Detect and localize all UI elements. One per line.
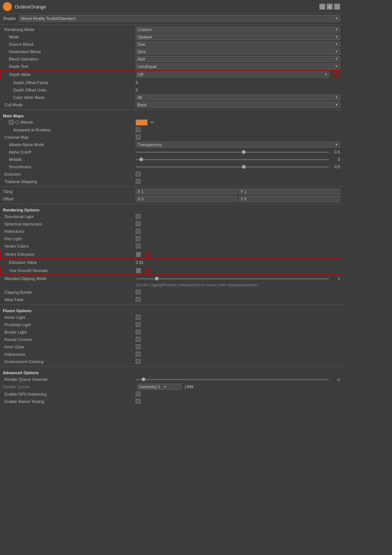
shader-label: Shader	[3, 16, 16, 21]
vertex-colors-checkbox[interactable]	[136, 244, 141, 248]
border-light-row: Border Light	[0, 328, 343, 336]
albedo-edit-icon[interactable]: ✏	[150, 120, 154, 125]
albedo-alpha-dropdown[interactable]: Transparency ▼	[136, 142, 340, 148]
depth-offset-factor-label: Depth Offset Factor	[3, 80, 136, 85]
metallic-value: 0	[331, 157, 340, 162]
render-queue-override-slider[interactable]: -1	[136, 377, 340, 382]
smoothness-thumb[interactable]	[242, 165, 246, 169]
header-icons: ◫ ⊞ ⋮	[319, 4, 340, 10]
environment-coloring-checkbox[interactable]	[136, 359, 141, 364]
use-smooth-normals-checkbox[interactable]: ✓	[136, 268, 141, 273]
assigned-runtime-checkbox[interactable]	[136, 127, 141, 132]
alpha-cutoff-label: Alpha Cutoff	[3, 150, 136, 154]
spherical-harmonics-label: Spherical Harmonics	[3, 222, 136, 226]
environment-coloring-label: Environment Coloring	[3, 359, 136, 364]
blended-clipping-value: 1	[331, 276, 340, 281]
smoothness-value: 0.5	[331, 165, 340, 169]
layout-icon[interactable]: ⊞	[327, 4, 333, 10]
albedo-label: Albedo	[3, 120, 136, 125]
round-corners-checkbox[interactable]	[136, 337, 141, 342]
alpha-cutoff-track[interactable]	[136, 152, 329, 153]
blend-op-dropdown[interactable]: Add ▼	[136, 56, 340, 62]
albedo-color-swatch[interactable]	[136, 120, 148, 125]
offset-x-field[interactable]: X 0	[136, 196, 237, 202]
divider-6	[0, 366, 343, 367]
spherical-harmonics-row: Spherical Harmonics	[0, 220, 343, 228]
spherical-harmonics-checkbox[interactable]	[136, 221, 141, 226]
rim-light-checkbox[interactable]	[136, 236, 141, 241]
dest-blend-row: Destination Blend Zero ▼	[0, 48, 343, 55]
depth-test-dropdown[interactable]: LessEqual ▼	[136, 63, 340, 69]
stencil-testing-row: Enable Stencil Testing	[0, 398, 343, 405]
alpha-cutoff-slider[interactable]: 0.5	[136, 150, 340, 154]
metallic-row: Metallic 0	[0, 156, 343, 163]
rendering-options-header: Rendering Options	[0, 206, 343, 213]
mode-dropdown[interactable]: Opaque ▼	[136, 34, 340, 40]
vertex-extrusion-row: Vertex Extrusion ✓ 2	[0, 250, 343, 259]
cull-mode-row: Cull Mode Back ▼	[0, 101, 343, 108]
blended-clipping-track[interactable]	[136, 278, 329, 279]
triplanar-checkbox[interactable]	[136, 179, 141, 184]
shader-dropdown[interactable]: Mixed Reality Toolkit/Standard ▼	[19, 15, 340, 22]
fluent-options-header: Fluent Options	[0, 306, 343, 314]
blended-clipping-thumb[interactable]	[155, 277, 159, 280]
directional-light-checkbox[interactable]	[136, 214, 141, 219]
color-write-mask-dropdown[interactable]: All ▼	[136, 94, 340, 100]
divider-3	[0, 186, 343, 187]
assigned-runtime-row: Assigned at Runtime	[0, 126, 343, 134]
border-light-checkbox[interactable]	[136, 330, 141, 334]
offset-fields: X 0 Y 0	[136, 196, 340, 202]
offset-y-field[interactable]: Y 0	[239, 196, 340, 202]
offset-label: Offset	[3, 197, 136, 201]
tiling-y-field[interactable]: Y 1	[239, 189, 340, 194]
iridescence-checkbox[interactable]	[136, 352, 141, 356]
blend-op-label: Blend Operation	[3, 57, 136, 61]
blended-clipping-slider[interactable]: 1	[136, 276, 340, 281]
menu-icon[interactable]: ⋮	[334, 4, 340, 10]
cull-mode-dropdown[interactable]: Back ▼	[136, 102, 340, 108]
rendering-mode-dropdown[interactable]: Custom ▼	[136, 27, 340, 32]
smoothness-track[interactable]	[136, 166, 329, 168]
hover-light-checkbox[interactable]	[136, 315, 141, 320]
reflections-checkbox[interactable]	[136, 229, 141, 234]
proximity-light-checkbox[interactable]	[136, 322, 141, 327]
rendering-mode-label: Rendering Mode	[3, 27, 136, 32]
alpha-cutoff-thumb[interactable]	[242, 150, 246, 154]
depth-write-dropdown[interactable]: Off ▼	[136, 72, 329, 77]
blended-clipping-row: Blended Clipping Width 1	[0, 275, 343, 282]
metallic-track[interactable]	[136, 159, 329, 160]
inner-glow-row: Inner Glow	[0, 343, 343, 351]
gpu-instancing-checkbox[interactable]	[136, 392, 141, 396]
albedo-checkbox[interactable]	[9, 120, 14, 125]
render-queue-override-row: Render Queue Override -1	[0, 376, 343, 383]
dest-blend-dropdown[interactable]: Zero ▼	[136, 49, 340, 55]
render-queue-override-track[interactable]	[136, 379, 329, 380]
reflections-row: Reflections	[0, 228, 343, 235]
tiling-x-field[interactable]: X 1	[136, 189, 237, 194]
depth-offset-units-label: Depth Offset Units	[3, 88, 136, 92]
advanced-options-header: Advanced Options	[0, 368, 343, 376]
stencil-testing-checkbox[interactable]	[136, 399, 141, 404]
offset-x-label: X 0	[138, 197, 144, 201]
proximity-light-row: Proximity Light	[0, 321, 343, 328]
use-smooth-normals-label: Use Smooth Normals	[3, 268, 136, 273]
emission-checkbox[interactable]	[136, 172, 141, 176]
blended-clipping-label: Blended Clipping Width	[3, 276, 136, 281]
source-blend-dropdown[interactable]: One ▼	[136, 41, 340, 47]
channel-map-checkbox[interactable]	[136, 135, 141, 139]
save-icon[interactable]: ◫	[319, 4, 325, 10]
near-fade-checkbox[interactable]	[136, 297, 141, 302]
smoothness-slider[interactable]: 0.5	[136, 165, 340, 169]
inner-glow-checkbox[interactable]	[136, 344, 141, 349]
metallic-thumb[interactable]	[139, 158, 143, 161]
metallic-slider[interactable]: 0	[136, 157, 340, 162]
render-queue-dropdown[interactable]: Geometry-1 ▼	[137, 384, 181, 390]
vertex-extrusion-checkbox[interactable]: ✓	[136, 252, 141, 257]
render-queue-override-thumb[interactable]	[142, 378, 145, 381]
metallic-label: Metallic	[3, 157, 136, 162]
render-queue-label: Render Queue	[3, 385, 136, 389]
rendering-mode-value[interactable]: Custom ▼	[136, 27, 340, 32]
rendering-mode-row: Rendering Mode Custom ▼	[0, 26, 343, 33]
clipping-border-checkbox[interactable]	[136, 290, 141, 294]
inner-glow-label: Inner Glow	[3, 345, 136, 349]
